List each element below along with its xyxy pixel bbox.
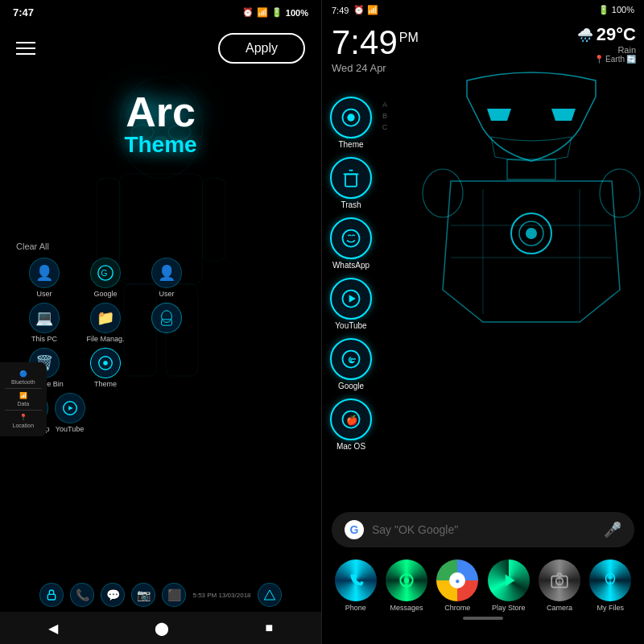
right-time: 7:49 <box>332 6 349 15</box>
thispc-icon-circle: 💻 <box>29 303 60 333</box>
user2-icon-item[interactable]: 👤 User <box>138 258 195 298</box>
whatsapp-app-label: WhatsApp <box>332 261 369 270</box>
dock-phone-label: Phone <box>345 604 366 612</box>
arc-title: Arc <box>0 88 321 136</box>
dock-chrome[interactable]: ● Chrome <box>436 559 478 612</box>
icon-grid: 👤 User G Google 👤 User 💻 This PC 📁 File … <box>16 258 305 388</box>
macos-app-icon: 🍎 <box>330 398 372 440</box>
svg-marker-19 <box>264 590 275 600</box>
desktop-area: Clear All 👤 User G Google 👤 User 💻 This … <box>16 242 305 433</box>
bottom-dock: Phone Messages ● Chrome Play Store <box>322 551 644 644</box>
app-list-area: Theme Trash WhatsApp YouTube Google <box>330 97 372 459</box>
weather-area: 🌧️ 29°C Rain 📍 Earth 🔄 <box>577 24 636 64</box>
ironman-small-circle <box>151 303 182 333</box>
left-header: Apply <box>0 25 321 72</box>
google-logo: G <box>345 520 364 539</box>
theme-app-label: Theme <box>338 140 363 149</box>
svg-rect-20 <box>507 159 555 180</box>
back-button[interactable]: ◀ <box>48 621 58 636</box>
right-side-scroll: A B C <box>377 97 393 515</box>
bluetooth-icon: 🔵 <box>19 370 27 378</box>
svg-point-11 <box>162 311 172 323</box>
dock-chrome-icon: ● <box>436 559 478 601</box>
bluetooth-label: Bluetooth <box>11 379 35 385</box>
home-indicator <box>463 617 503 620</box>
left-taskbar: 📞 💬 📷 ⬛ 5:53 PM 13/03/2018 <box>0 578 321 612</box>
google-icon-item[interactable]: G Google <box>77 258 134 298</box>
weather-temp: 29°C <box>597 24 636 45</box>
filemanag-icon-item[interactable]: 📁 File Manag. <box>77 303 134 343</box>
taskbar-ironman <box>258 583 282 607</box>
youtube-app-item[interactable]: YouTube <box>330 278 372 330</box>
svg-point-36 <box>404 578 410 584</box>
user-icon-circle: 👤 <box>29 258 60 288</box>
svg-marker-37 <box>505 574 514 586</box>
dock-icons-row: Phone Messages ● Chrome Play Store <box>322 551 644 613</box>
dock-phone-icon <box>335 559 377 601</box>
google-app-label: Google <box>338 382 364 390</box>
alarm-icon: ⏰ <box>242 7 254 18</box>
dock-camera-icon <box>539 559 580 601</box>
user-icon-item[interactable]: 👤 User <box>16 258 72 298</box>
google-icon-circle: G <box>90 258 121 288</box>
hamburger-menu[interactable] <box>16 42 35 55</box>
svg-point-39 <box>556 578 564 585</box>
location-option[interactable]: 📍 Location <box>5 411 42 431</box>
svg-point-25 <box>600 169 640 217</box>
whatsapp-app-item[interactable]: WhatsApp <box>330 217 372 270</box>
google-app-icon <box>330 338 372 380</box>
left-navbar: ◀ ⬤ ■ <box>0 612 321 644</box>
macos-app-item[interactable]: 🍎 Mac OS <box>330 398 372 451</box>
dock-playstore-icon <box>488 559 530 601</box>
taskbar-cam[interactable]: 📷 <box>131 583 155 607</box>
home-button[interactable]: ⬤ <box>155 621 169 636</box>
microphone-icon[interactable]: 🎤 <box>604 521 621 539</box>
dock-messages-label: Messages <box>390 604 423 612</box>
right-panel: 7:49 ⏰ 📶 🔋 100% 7:49PM Wed 24 Apr 🌧️ 29°… <box>322 0 644 644</box>
google-app-item[interactable]: Google <box>330 338 372 390</box>
dock-camera-label: Camera <box>547 604 572 612</box>
location-label: Location <box>13 423 34 428</box>
dock-camera[interactable]: Camera <box>539 559 580 612</box>
svg-point-24 <box>423 169 463 217</box>
search-bar[interactable]: G Say "OK Google" 🎤 <box>332 512 634 547</box>
dock-phone[interactable]: Phone <box>335 559 377 612</box>
left-status-bar: 7:47 ⏰ 📶 🔋 🔔 📶 🔋 100% 100% <box>0 0 321 25</box>
theme-app-item[interactable]: Theme <box>330 97 372 149</box>
weather-icon: 🌧️ <box>577 27 593 43</box>
battery-icon: 🔋 <box>271 7 283 18</box>
taskbar-lock[interactable] <box>39 583 64 607</box>
taskbar-phone[interactable]: 📞 <box>70 583 94 607</box>
empty-icon-item <box>138 348 195 388</box>
dock-playstore[interactable]: Play Store <box>488 559 530 612</box>
bluetooth-option[interactable]: 🔵 Bluetooth <box>5 367 42 389</box>
youtube-left-item[interactable]: YouTube <box>55 393 85 433</box>
trash-app-item[interactable]: Trash <box>330 157 372 209</box>
scroll-a: A <box>382 101 387 109</box>
youtube-app-label: YouTube <box>335 321 366 330</box>
theme-icon-item[interactable]: Theme <box>77 348 134 388</box>
svg-marker-17 <box>68 406 73 411</box>
taskbar-msg[interactable]: 💬 <box>101 583 125 607</box>
ironman-right-svg <box>419 64 644 427</box>
thispc-icon-item[interactable]: 💻 This PC <box>16 303 72 343</box>
dock-myfiles[interactable]: My Files <box>589 559 631 612</box>
dock-messages-icon <box>386 559 427 601</box>
taskbar-box[interactable]: ⬛ <box>162 583 186 607</box>
apply-button[interactable]: Apply <box>218 33 305 64</box>
side-options-panel: 🔵 Bluetooth 📶 Data 📍 Location <box>0 362 47 436</box>
svg-point-23 <box>526 228 537 239</box>
left-panel: 7:47 ⏰ 📶 🔋 🔔 📶 🔋 100% 100% Apply Arc The… <box>0 0 322 644</box>
data-option[interactable]: 📶 Data <box>5 389 42 411</box>
recents-button[interactable]: ■ <box>265 621 273 635</box>
svg-point-29 <box>343 230 360 247</box>
theme-left-label: Theme <box>94 380 117 388</box>
user2-label: User <box>159 290 174 298</box>
theme-app-icon <box>330 97 372 138</box>
dock-messages[interactable]: Messages <box>386 559 427 612</box>
clear-all-label[interactable]: Clear All <box>16 242 305 251</box>
data-icon: 📶 <box>19 392 27 399</box>
right-status-right: 🔋 100% <box>598 5 634 15</box>
thispc-label: This PC <box>31 335 57 343</box>
bottom-time: 5:53 PM 13/03/2018 <box>192 592 250 599</box>
